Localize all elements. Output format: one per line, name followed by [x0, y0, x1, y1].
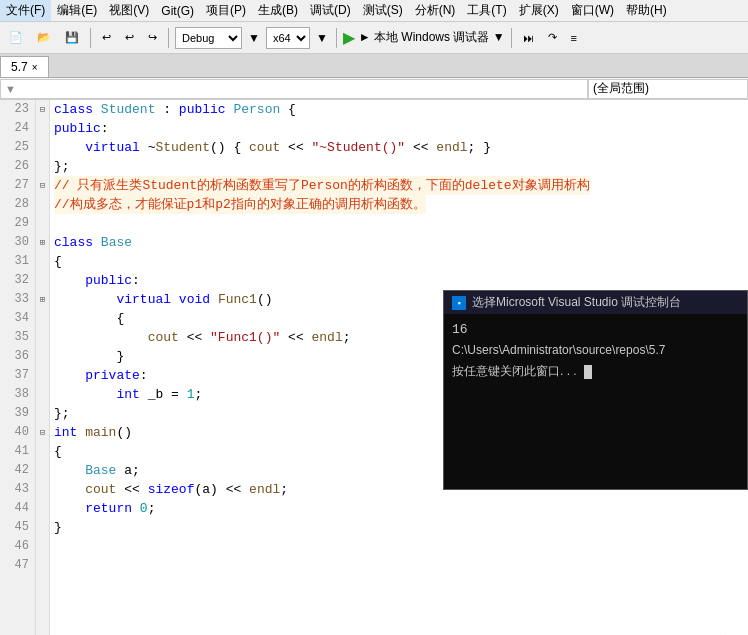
fold-44 — [36, 499, 49, 518]
code-line-32[interactable]: public: — [50, 271, 748, 290]
fold-45 — [36, 518, 49, 537]
fold-23[interactable]: ⊟ — [36, 100, 49, 119]
code-line-25[interactable]: virtual ~Student() { cout << "~Student()… — [50, 138, 748, 157]
ln-39: 39 — [6, 404, 29, 423]
fold-43 — [36, 480, 49, 499]
code-line-28[interactable]: //构成多态，才能保证p1和p2指向的对象正确的调用析构函数。 — [50, 195, 748, 214]
toolbar-sep-3 — [336, 28, 337, 48]
debug-config-select[interactable]: Debug Release — [175, 27, 242, 49]
ln-29: 29 — [6, 214, 29, 233]
console-title-bar: ▪ 选择Microsoft Visual Studio 调试控制台 — [444, 291, 747, 314]
ln-42: 42 — [6, 461, 29, 480]
undo2-btn[interactable]: ↩ — [120, 28, 139, 47]
menu-file[interactable]: 文件(F) — [0, 0, 51, 21]
fold-25 — [36, 138, 49, 157]
ln-32: 32 — [6, 271, 29, 290]
ln-30: 30 — [6, 233, 29, 252]
menu-window[interactable]: 窗口(W) — [565, 0, 620, 21]
console-path: C:\Users\Administrator\source\repos\5.7 — [452, 343, 665, 357]
fold-47 — [36, 556, 49, 575]
code-editor: 23 24 25 26 27 28 29 30 31 32 33 34 35 3… — [0, 100, 748, 635]
tab-bar: 5.7 × — [0, 54, 748, 78]
step-into-btn[interactable]: ↷ — [543, 28, 562, 47]
scope-left[interactable]: ▼ — [0, 79, 588, 99]
fold-27[interactable]: ⊟ — [36, 176, 49, 195]
toolbar-sep-2 — [168, 28, 169, 48]
code-line-44[interactable]: return 0; — [50, 499, 748, 518]
ln-23: 23 — [6, 100, 29, 119]
code-line-29[interactable] — [50, 214, 748, 233]
scope-right[interactable]: (全局范围) — [588, 79, 748, 99]
ln-34: 34 — [6, 309, 29, 328]
menu-extensions[interactable]: 扩展(X) — [513, 0, 565, 21]
code-line-26[interactable]: }; — [50, 157, 748, 176]
console-icon: ▪ — [452, 296, 466, 310]
undo-btn[interactable]: ↩ — [97, 28, 116, 47]
menu-tools[interactable]: 工具(T) — [461, 0, 512, 21]
code-line-31[interactable]: { — [50, 252, 748, 271]
ln-43: 43 — [6, 480, 29, 499]
fold-39 — [36, 404, 49, 423]
fold-33[interactable]: ⊞ — [36, 290, 49, 309]
menu-test[interactable]: 测试(S) — [357, 0, 409, 21]
ln-47: 47 — [6, 556, 29, 575]
code-line-24[interactable]: public: — [50, 119, 748, 138]
console-output-3: 按任意键关闭此窗口. . . — [452, 361, 739, 382]
menu-git[interactable]: Git(G) — [155, 2, 200, 20]
redo-btn[interactable]: ↪ — [143, 28, 162, 47]
fold-40[interactable]: ⊟ — [36, 423, 49, 442]
code-line-47[interactable] — [50, 556, 748, 575]
toolbar: 📄 📂 💾 ↩ ↩ ↪ Debug Release ▼ x64 x86 ▼ ▶ … — [0, 22, 748, 54]
ln-35: 35 — [6, 328, 29, 347]
menu-analyze[interactable]: 分析(N) — [409, 0, 462, 21]
code-line-27[interactable]: // 只有派生类Student的析构函数重写了Person的析构函数，下面的de… — [50, 176, 748, 195]
scope-arrow: ▼ — [5, 83, 16, 95]
tab-close-btn[interactable]: × — [32, 62, 38, 73]
fold-41 — [36, 442, 49, 461]
scope-text: (全局范围) — [593, 80, 649, 97]
fold-32 — [36, 271, 49, 290]
code-line-23[interactable]: class Student : public Person { — [50, 100, 748, 119]
arch-select[interactable]: x64 x86 — [266, 27, 310, 49]
ln-37: 37 — [6, 366, 29, 385]
save-btn[interactable]: 💾 — [60, 28, 84, 47]
console-window: ▪ 选择Microsoft Visual Studio 调试控制台 16 C:\… — [443, 290, 748, 490]
code-line-46[interactable] — [50, 537, 748, 556]
menu-edit[interactable]: 编辑(E) — [51, 0, 103, 21]
menu-build[interactable]: 生成(B) — [252, 0, 304, 21]
fold-26 — [36, 157, 49, 176]
fold-38 — [36, 385, 49, 404]
ln-31: 31 — [6, 252, 29, 271]
menu-debug[interactable]: 调试(D) — [304, 0, 357, 21]
menu-project[interactable]: 项目(P) — [200, 0, 252, 21]
console-output-1: 16 — [452, 320, 739, 340]
line-numbers: 23 24 25 26 27 28 29 30 31 32 33 34 35 3… — [0, 100, 36, 635]
ln-28: 28 — [6, 195, 29, 214]
fold-46 — [36, 537, 49, 556]
fold-31 — [36, 252, 49, 271]
menu-bar: 文件(F) 编辑(E) 视图(V) Git(G) 项目(P) 生成(B) 调试(… — [0, 0, 748, 22]
code-line-30[interactable]: class Base — [50, 233, 748, 252]
open-btn[interactable]: 📂 — [32, 28, 56, 47]
ln-46: 46 — [6, 537, 29, 556]
ln-44: 44 — [6, 499, 29, 518]
console-title-text: 选择Microsoft Visual Studio 调试控制台 — [472, 294, 681, 311]
code-line-45[interactable]: } — [50, 518, 748, 537]
ln-26: 26 — [6, 157, 29, 176]
code-content[interactable]: class Student : public Person { public: … — [50, 100, 748, 635]
run-label[interactable]: ► 本地 Windows 调试器 ▼ — [359, 29, 505, 46]
ln-33: 33 — [6, 290, 29, 309]
step-over-btn[interactable]: ⏭ — [518, 29, 539, 47]
tab-file[interactable]: 5.7 × — [0, 56, 49, 77]
console-cursor — [584, 365, 592, 379]
more-btns[interactable]: ≡ — [566, 29, 582, 47]
fold-30[interactable]: ⊞ — [36, 233, 49, 252]
toolbar-sep-1 — [90, 28, 91, 48]
menu-view[interactable]: 视图(V) — [103, 0, 155, 21]
fold-24 — [36, 119, 49, 138]
console-prompt: 按任意键关闭此窗口. . . — [452, 364, 577, 378]
new-file-btn[interactable]: 📄 — [4, 28, 28, 47]
menu-help[interactable]: 帮助(H) — [620, 0, 673, 21]
run-button[interactable]: ▶ — [343, 28, 355, 47]
tab-label: 5.7 — [11, 60, 28, 74]
